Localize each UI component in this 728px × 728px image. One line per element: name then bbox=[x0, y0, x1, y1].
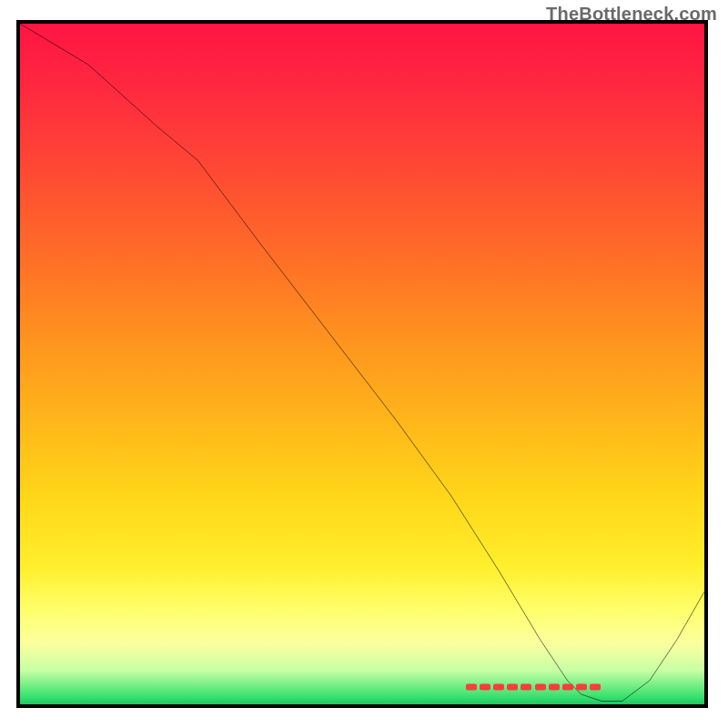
optimum-marker bbox=[493, 684, 504, 691]
optimum-marker bbox=[590, 684, 601, 691]
plot-area bbox=[16, 20, 708, 708]
optimum-marker bbox=[466, 684, 477, 691]
watermark-label: TheBottleneck.com bbox=[546, 4, 717, 25]
optimum-marker bbox=[480, 684, 490, 691]
bottleneck-curve bbox=[20, 24, 704, 701]
optimum-marker bbox=[521, 684, 531, 691]
optimum-marker bbox=[562, 684, 573, 691]
optimum-marker bbox=[576, 684, 587, 691]
bottleneck-curve-layer bbox=[20, 24, 704, 708]
optimum-marker bbox=[535, 684, 546, 691]
optimum-marker bbox=[507, 684, 518, 691]
bottleneck-chart: TheBottleneck.com bbox=[0, 0, 728, 728]
optimum-marker bbox=[549, 684, 560, 691]
